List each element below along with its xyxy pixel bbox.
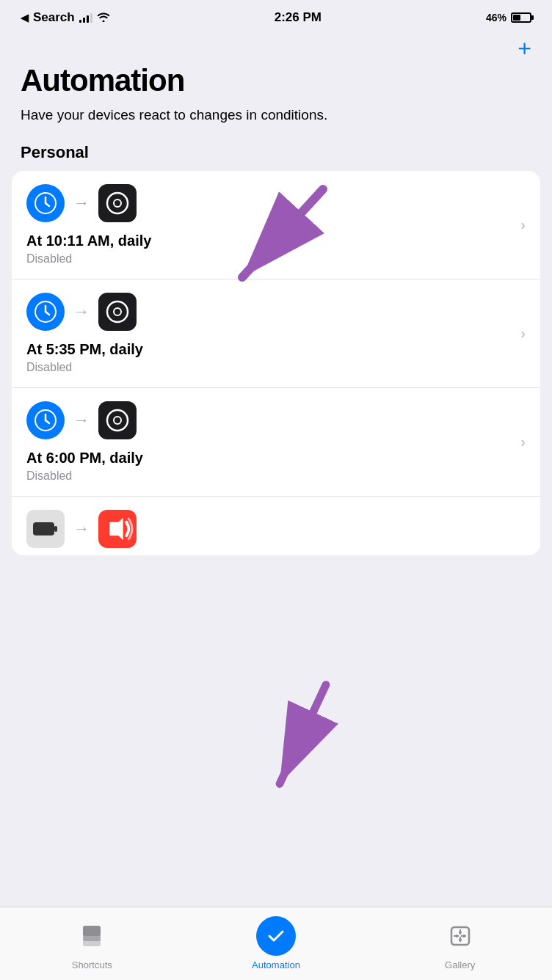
arrow-icon-3: → [73,411,90,430]
svg-line-13 [46,420,49,423]
item-1-icons-row: → [26,184,526,222]
watch-app-icon-2 [98,293,137,331]
add-automation-button[interactable]: + [518,37,531,60]
watch-app-icon-1 [98,184,137,222]
status-carrier: ◀ Search [21,10,110,25]
svg-point-26 [459,931,462,934]
arrow-icon-4: → [73,519,90,538]
svg-marker-18 [109,517,123,540]
speaker-app-icon [98,510,137,548]
item-3-status: Disabled [26,469,526,483]
svg-rect-17 [54,526,57,532]
automation-item-4[interactable]: → [12,497,540,555]
clock-icon-1 [26,184,65,222]
automation-list: → At 10:11 AM, daily Disabled › [12,171,540,555]
svg-line-8 [46,312,49,315]
svg-rect-22 [83,926,101,936]
add-button-container: + [0,31,552,63]
wifi-icon [97,12,110,24]
back-chevron: ◀ [21,12,29,23]
svg-point-5 [114,200,121,207]
svg-point-14 [107,410,128,431]
svg-point-15 [114,417,121,424]
svg-point-10 [114,308,121,315]
chevron-right-1: › [520,216,526,233]
tab-shortcuts-label: Shortcuts [72,959,112,970]
item-2-icons-row: → [26,293,526,331]
item-1-status: Disabled [26,252,526,266]
item-3-icons-row: → [26,401,526,439]
tab-automation[interactable]: Automation [243,916,309,970]
section-title: Personal [0,143,552,171]
purple-arrow-2 [220,675,352,807]
tab-gallery[interactable]: Gallery [427,916,493,970]
svg-line-3 [46,203,49,206]
shortcuts-icon [72,916,112,956]
status-right: 46% [486,12,531,23]
tab-gallery-label: Gallery [445,959,475,970]
status-bar: ◀ Search 2:26 PM 46% [0,0,552,31]
tab-shortcuts[interactable]: Shortcuts [59,916,125,970]
svg-point-27 [462,935,465,937]
automation-active-icon [256,916,296,956]
item-2-title: At 5:35 PM, daily [26,341,526,358]
carrier-label: Search [33,10,75,25]
page-subtitle: Have your devices react to changes in co… [0,106,552,143]
svg-point-28 [459,938,462,941]
clock-icon-2 [26,293,65,331]
gallery-icon [440,916,480,956]
tab-automation-label: Automation [252,959,300,970]
chevron-right-2: › [520,325,526,342]
item-2-status: Disabled [26,361,526,374]
signal-bars [79,12,92,23]
battery-percentage: 46% [486,12,506,23]
automation-item-3[interactable]: → At 6:00 PM, daily Disabled › [12,388,540,497]
tab-bar: Shortcuts Automation Gall [0,907,552,980]
watch-app-icon-3 [98,401,137,439]
svg-rect-16 [34,523,54,535]
chevron-right-3: › [520,434,526,450]
item-4-icons-row: → [26,510,526,548]
arrow-icon-1: → [73,194,90,213]
item-3-title: At 6:00 PM, daily [26,450,526,467]
status-time: 2:26 PM [275,10,322,25]
arrow-icon-2: → [73,302,90,321]
battery-trigger-icon [26,510,65,548]
battery-icon [511,12,531,23]
automation-item-2[interactable]: → At 5:35 PM, daily Disabled › [12,279,540,388]
svg-point-4 [107,193,128,213]
svg-point-9 [107,301,128,322]
item-1-title: At 10:11 AM, daily [26,233,526,249]
page-title: Automation [0,63,552,106]
svg-point-29 [455,935,458,937]
clock-icon-3 [26,401,65,439]
automation-item-1[interactable]: → At 10:11 AM, daily Disabled › [12,171,540,279]
